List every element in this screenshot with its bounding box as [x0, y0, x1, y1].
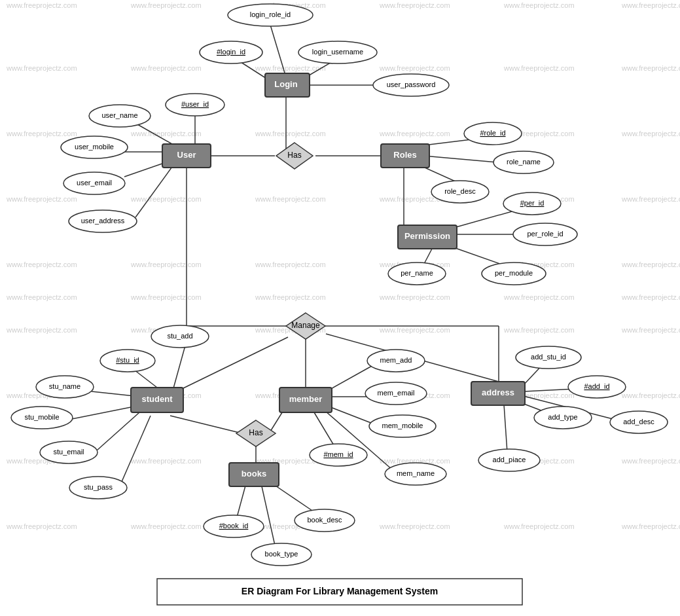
- svg-line-101: [314, 412, 334, 445]
- attr-mem-add: mem_add: [367, 350, 425, 372]
- svg-text:mem_name: mem_name: [397, 469, 435, 477]
- svg-text:per_name: per_name: [401, 269, 433, 277]
- svg-text:user_email: user_email: [77, 179, 112, 187]
- svg-text:user_name: user_name: [101, 111, 137, 119]
- entity-user: User: [162, 144, 211, 168]
- svg-text:mem_email: mem_email: [378, 389, 415, 397]
- svg-line-89: [173, 346, 185, 388]
- svg-text:www.freeprojectz.com: www.freeprojectz.com: [503, 522, 575, 530]
- svg-text:book_desc: book_desc: [307, 516, 342, 524]
- attr-login-id: #login_id: [200, 41, 262, 63]
- svg-text:www.freeprojectz.com: www.freeprojectz.com: [130, 195, 202, 203]
- attr-user-id: #user_id: [166, 94, 224, 116]
- svg-text:books: books: [242, 469, 266, 479]
- attr-role-id: #role_id: [464, 122, 522, 145]
- svg-text:www.freeprojectz.com: www.freeprojectz.com: [6, 64, 77, 72]
- svg-line-67: [137, 124, 177, 147]
- svg-text:stu_email: stu_email: [53, 448, 84, 456]
- svg-text:www.freeprojectz.com: www.freeprojectz.com: [621, 64, 680, 72]
- svg-text:www.freeprojectz.com: www.freeprojectz.com: [621, 293, 680, 301]
- svg-text:per_role_id: per_role_id: [527, 230, 563, 238]
- svg-text:ER Diagram For Library Managem: ER Diagram For Library Management System: [242, 586, 438, 596]
- svg-text:www.freeprojectz.com: www.freeprojectz.com: [379, 326, 450, 334]
- svg-text:Manage: Manage: [291, 321, 320, 330]
- entity-books: books: [229, 463, 279, 486]
- svg-text:www.freeprojectz.com: www.freeprojectz.com: [6, 261, 77, 268]
- svg-text:www.freeprojectz.com: www.freeprojectz.com: [621, 130, 680, 137]
- attr-user-password: user_password: [373, 74, 449, 96]
- attr-mem-name: mem_name: [385, 463, 446, 485]
- svg-text:Has: Has: [249, 428, 262, 437]
- svg-text:www.freeprojectz.com: www.freeprojectz.com: [255, 293, 326, 301]
- svg-text:www.freeprojectz.com: www.freeprojectz.com: [130, 1, 202, 9]
- attr-user-address: user_address: [69, 210, 137, 232]
- svg-text:#book_id: #book_id: [219, 522, 249, 530]
- svg-text:www.freeprojectz.com: www.freeprojectz.com: [503, 1, 575, 9]
- svg-text:book_type: book_type: [265, 550, 298, 558]
- svg-line-60: [270, 25, 286, 77]
- attr-book-desc: book_desc: [295, 509, 355, 532]
- svg-text:Permission: Permission: [404, 231, 450, 241]
- svg-text:#stu_id: #stu_id: [116, 356, 139, 364]
- svg-text:#add_id: #add_id: [584, 382, 609, 390]
- svg-text:address: address: [482, 388, 514, 397]
- svg-text:www.freeprojectz.com: www.freeprojectz.com: [621, 391, 680, 399]
- svg-text:Roles: Roles: [393, 150, 416, 160]
- svg-text:www.freeprojectz.com: www.freeprojectz.com: [379, 130, 450, 137]
- svg-text:www.freeprojectz.com: www.freeprojectz.com: [621, 326, 680, 334]
- attr-login-username: login_username: [298, 41, 377, 63]
- attr-stu-name: stu_name: [36, 376, 94, 398]
- svg-text:www.freeprojectz.com: www.freeprojectz.com: [6, 195, 77, 203]
- svg-text:user_mobile: user_mobile: [75, 143, 114, 151]
- svg-text:www.freeprojectz.com: www.freeprojectz.com: [130, 522, 202, 530]
- entity-address: address: [471, 382, 525, 405]
- attr-role-desc: role_desc: [431, 181, 489, 203]
- attr-per-id: #per_id: [503, 192, 561, 215]
- svg-text:www.freeprojectz.com: www.freeprojectz.com: [621, 195, 680, 203]
- svg-text:#per_id: #per_id: [520, 199, 545, 207]
- svg-line-70: [135, 165, 173, 217]
- svg-line-108: [237, 486, 245, 517]
- attr-role-name: role_name: [493, 151, 554, 173]
- attr-stu-add: stu_add: [151, 325, 209, 348]
- attr-add-type: add_type: [534, 407, 592, 429]
- attr-book-id: #book_id: [204, 515, 264, 537]
- svg-text:www.freeprojectz.com: www.freeprojectz.com: [130, 130, 202, 137]
- attr-stu-mobile: stu_mobile: [11, 407, 73, 429]
- svg-text:www.freeprojectz.com: www.freeprojectz.com: [503, 326, 575, 334]
- svg-line-104: [524, 389, 576, 391]
- svg-text:www.freeprojectz.com: www.freeprojectz.com: [6, 1, 77, 9]
- attr-mem-mobile: mem_mobile: [369, 415, 436, 437]
- svg-text:user_address: user_address: [81, 217, 125, 225]
- relation-has2: Has: [236, 420, 276, 446]
- svg-line-100: [327, 406, 374, 424]
- svg-text:www.freeprojectz.com: www.freeprojectz.com: [255, 195, 326, 203]
- svg-text:www.freeprojectz.com: www.freeprojectz.com: [503, 293, 575, 301]
- relation-manage: Manage: [286, 313, 325, 339]
- svg-text:add_desc: add_desc: [623, 418, 654, 426]
- attr-add-place: add_piace: [478, 449, 540, 471]
- svg-text:www.freeprojectz.com: www.freeprojectz.com: [255, 261, 326, 268]
- svg-line-107: [504, 405, 507, 452]
- svg-text:www.freeprojectz.com: www.freeprojectz.com: [621, 1, 680, 9]
- svg-text:www.freeprojectz.com: www.freeprojectz.com: [6, 326, 77, 334]
- attr-stu-id: #stu_id: [100, 350, 155, 372]
- svg-text:www.freeprojectz.com: www.freeprojectz.com: [379, 64, 450, 72]
- attr-user-name: user_name: [89, 105, 151, 127]
- svg-text:www.freeprojectz.com: www.freeprojectz.com: [379, 522, 450, 530]
- svg-text:#login_id: #login_id: [217, 48, 245, 56]
- entity-permission: Permission: [398, 225, 457, 249]
- attr-mem-id: #mem_id: [310, 444, 367, 466]
- svg-line-95: [170, 416, 242, 433]
- svg-text:User: User: [177, 150, 196, 160]
- svg-text:www.freeprojectz.com: www.freeprojectz.com: [130, 293, 202, 301]
- svg-text:add_type: add_type: [548, 413, 577, 421]
- diagram-svg: www.freeprojectz.com www.freeprojectz.co…: [0, 0, 680, 616]
- er-diagram: www.freeprojectz.com www.freeprojectz.co…: [0, 0, 680, 616]
- svg-line-94: [121, 416, 151, 483]
- attr-stu-email: stu_email: [40, 441, 98, 463]
- attr-per-module: per_module: [482, 263, 546, 285]
- svg-text:stu_name: stu_name: [49, 382, 81, 390]
- svg-text:stu_mobile: stu_mobile: [24, 413, 59, 421]
- svg-text:www.freeprojectz.com: www.freeprojectz.com: [130, 261, 202, 268]
